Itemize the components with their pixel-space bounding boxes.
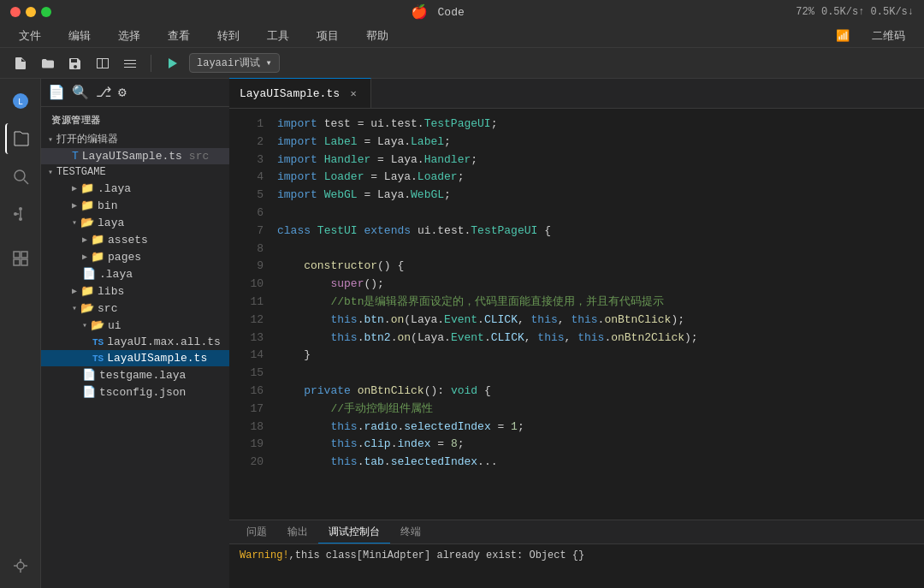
svg-text:L: L <box>17 98 22 107</box>
svg-point-3 <box>15 170 25 181</box>
menu-edit[interactable]: 编辑 <box>63 27 96 45</box>
folder-name-assets: assets <box>108 234 148 246</box>
activity-icon-git[interactable] <box>5 199 36 229</box>
section-title-explorer: 资源管理器 <box>41 107 229 130</box>
code-line-11: //btn是编辑器界面设定的，代码里面能直接使用，并且有代码提示 <box>277 294 924 312</box>
folder-name-ui: ui <box>108 319 121 332</box>
file-layaui-max[interactable]: TS layaUI.max.all.ts <box>41 334 229 350</box>
panel-tab-terminal[interactable]: 终端 <box>390 521 431 543</box>
menubar: 文件 编辑 选择 查看 转到 工具 项目 帮助 📶 二维码 <box>0 24 924 48</box>
folder-laya[interactable]: ▾ 📂 laya <box>41 214 229 231</box>
open-file-layauisample[interactable]: T LayaUISample.ts src <box>41 148 229 164</box>
code-editor[interactable]: 12345 678910 1112131415 1617181920 impor… <box>229 109 924 520</box>
file-tsconfig[interactable]: 📄 tsconfig.json <box>41 383 229 401</box>
folder-name-src: src <box>98 302 117 315</box>
folder-icon-bin: 📁 <box>80 199 94 212</box>
folder-name-bin: bin <box>98 199 117 212</box>
file-testgame-laya[interactable]: 📄 testgame.laya <box>41 366 229 383</box>
menu-select[interactable]: 选择 <box>113 27 145 45</box>
run-config-dropdown[interactable]: layaair调试 ▾ <box>189 53 280 73</box>
file-laya-dotlaya[interactable]: 📄 .laya <box>41 265 229 282</box>
menu-project[interactable]: 项目 <box>311 27 344 45</box>
panel-tab-problems[interactable]: 问题 <box>236 521 277 543</box>
sidebar-settings-icon[interactable]: ⚙ <box>118 84 127 101</box>
folder-bin[interactable]: ▶ 📁 bin <box>41 197 229 214</box>
titlebar: 🍎 Code 72% 0.5K/s↑ 0.5K/s↓ <box>0 0 924 24</box>
folder-assets[interactable]: ▶ 📁 assets <box>41 231 229 248</box>
close-button[interactable] <box>10 7 21 17</box>
panel-content: Warning!,this class[MiniAdpter] already … <box>229 544 924 567</box>
code-line-12: this.btn.on(Laya.Event.CLICK, this, this… <box>277 312 924 330</box>
code-line-15 <box>277 365 924 383</box>
code-line-16: private onBtnClick(): void { <box>277 383 924 401</box>
activity-icon-explorer[interactable] <box>5 123 36 154</box>
code-line-10: super(); <box>277 276 924 294</box>
code-line-13: this.btn2.on(Laya.Event.CLICK, this, thi… <box>277 330 924 347</box>
svg-rect-12 <box>21 259 27 265</box>
new-file-button[interactable] <box>10 53 31 74</box>
split-editor-button[interactable] <box>92 53 113 74</box>
sidebar: 📄 🔍 ⎇ ⚙ 资源管理器 ▾ 打开的编辑器 T LayaUISample.ts… <box>41 79 229 588</box>
code-line-3: import Handler = Laya.Handler; <box>277 151 924 169</box>
menu-file[interactable]: 文件 <box>14 27 46 45</box>
file-name-tsconfig: tsconfig.json <box>99 386 186 399</box>
sidebar-git-icon[interactable]: ⎇ <box>96 84 111 101</box>
maximize-button[interactable] <box>41 7 51 17</box>
run-button[interactable] <box>162 53 182 74</box>
panel-tab-debug-console[interactable]: 调试控制台 <box>318 521 390 543</box>
minimize-button[interactable] <box>26 7 36 17</box>
code-line-18: this.radio.selectedIndex = 1; <box>277 419 924 437</box>
sidebar-search-icon[interactable]: 🔍 <box>72 84 89 101</box>
open-folder-button[interactable] <box>38 53 58 74</box>
folder-libs[interactable]: ▶ 📁 libs <box>41 282 229 300</box>
folder-src[interactable]: ▾ 📂 src <box>41 300 229 317</box>
svg-point-6 <box>19 217 22 221</box>
activity-icon-extensions[interactable] <box>5 243 36 274</box>
menu-view[interactable]: 查看 <box>163 27 195 45</box>
code-line-7: class TestUI extends ui.test.TestPageUI … <box>277 223 924 241</box>
svg-rect-13 <box>14 259 20 265</box>
project-group[interactable]: ▾ TESTGAME <box>41 164 229 180</box>
activity-bar: L <box>0 79 41 588</box>
menu-help[interactable]: 帮助 <box>361 27 394 45</box>
tab-layauisample[interactable]: LayaUISample.ts ✕ <box>229 78 371 108</box>
svg-rect-11 <box>21 252 27 258</box>
folder-dotlaya[interactable]: ▶ 📁 .laya <box>41 180 229 197</box>
chevron-icon-project: ▾ <box>48 167 53 177</box>
menu-qrcode[interactable]: 二维码 <box>867 27 910 45</box>
activity-icon-laya[interactable]: L <box>5 86 36 116</box>
battery-label: 72% <box>796 6 814 18</box>
code-line-19: this.clip.index = 8; <box>277 436 924 454</box>
file-layauisample-active[interactable]: TS LayaUISample.ts <box>41 350 229 366</box>
file-icon-dotlaya: 📄 <box>82 267 96 281</box>
menu-goto[interactable]: 转到 <box>212 27 245 45</box>
sidebar-file-icon[interactable]: 📄 <box>48 84 65 101</box>
code-line-9: constructor() { <box>277 258 924 276</box>
editor-area: LayaUISample.ts ✕ 12345 678910 111213141… <box>229 79 924 588</box>
code-line-5: import WebGL = Laya.WebGL; <box>277 187 924 205</box>
code-line-14: } <box>277 347 924 365</box>
svg-rect-10 <box>14 252 20 258</box>
folder-pages[interactable]: ▶ 📁 pages <box>41 248 229 265</box>
collapse-button[interactable] <box>120 53 140 74</box>
folder-open-icon-src: 📂 <box>80 301 94 315</box>
tab-close-button[interactable]: ✕ <box>346 86 360 100</box>
chevron-down-icon-laya: ▾ <box>72 217 77 228</box>
apple-icon: 🍎 <box>411 3 428 21</box>
menu-tools[interactable]: 工具 <box>262 27 294 45</box>
activity-icon-search[interactable] <box>5 161 36 192</box>
panel: 问题 输出 调试控制台 终端 Warning!,this class[MiniA… <box>229 520 924 588</box>
opened-editors-group[interactable]: ▾ 打开的编辑器 <box>41 130 229 148</box>
folder-ui[interactable]: ▾ 📂 ui <box>41 317 229 334</box>
folder-name-dotlaya: .laya <box>98 182 131 195</box>
panel-tab-output[interactable]: 输出 <box>277 521 318 543</box>
folder-icon-libs: 📁 <box>80 284 94 298</box>
save-button[interactable] <box>65 53 86 74</box>
chevron-right-icon-bin: ▶ <box>72 200 77 211</box>
folder-icon-assets: 📁 <box>91 233 104 246</box>
activity-icon-debug[interactable] <box>5 550 36 581</box>
open-file-name: LayaUISample.ts <box>82 150 182 163</box>
folder-open-icon-laya: 📂 <box>80 216 94 229</box>
code-content[interactable]: import test = ui.test.TestPageUI; import… <box>270 109 924 520</box>
file-icon-testgame: 📄 <box>82 368 96 382</box>
